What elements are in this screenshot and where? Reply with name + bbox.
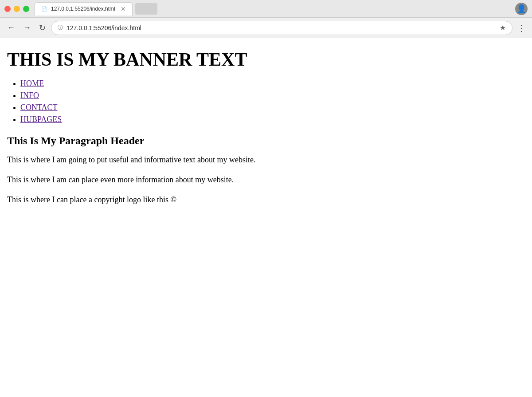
url-bar[interactable]: ⓘ 127.0.0.1:55206/index.html ★	[51, 21, 512, 35]
tab-bar: 📄 127.0.0.1:55206/index.html ✕	[35, 2, 515, 16]
url-display: 127.0.0.1:55206/index.html	[66, 24, 496, 31]
maximize-button[interactable]	[23, 6, 29, 12]
paragraph-1: This is where I am going to put useful a…	[7, 154, 525, 166]
browser-window: 📄 127.0.0.1:55206/index.html ✕ 👤 ← → ↻ ⓘ…	[0, 0, 532, 397]
close-button[interactable]	[4, 6, 11, 12]
minimize-button[interactable]	[14, 6, 20, 12]
window-controls	[4, 6, 29, 12]
new-tab-area	[135, 3, 157, 15]
paragraph-header: This Is My Paragraph Header	[7, 135, 525, 147]
user-avatar-icon[interactable]: 👤	[515, 3, 528, 15]
list-item: HUBPAGES	[20, 115, 525, 124]
bookmark-icon[interactable]: ★	[500, 24, 506, 32]
forward-button[interactable]: →	[20, 21, 34, 34]
url-host: 127.0.0.1:55206/index.html	[66, 24, 141, 31]
nav-link-info[interactable]: INFO	[20, 91, 39, 100]
nav-link-contact[interactable]: CONTACT	[20, 103, 58, 112]
tab-page-icon: 📄	[41, 6, 47, 12]
list-item: CONTACT	[20, 103, 525, 112]
back-button[interactable]: ←	[4, 21, 18, 34]
nav-link-home[interactable]: HOME	[20, 79, 44, 88]
more-options-icon[interactable]: ⋮	[515, 21, 528, 35]
paragraph-2: This is where I am can place even more i…	[7, 174, 525, 186]
list-item: HOME	[20, 79, 525, 88]
web-content: THIS IS MY BANNER TEXT HOME INFO CONTACT…	[0, 38, 532, 397]
banner-heading: THIS IS MY BANNER TEXT	[7, 49, 525, 70]
tab-close-icon[interactable]: ✕	[121, 5, 126, 12]
address-bar: ← → ↻ ⓘ 127.0.0.1:55206/index.html ★ ⋮	[0, 18, 532, 38]
security-info-icon: ⓘ	[58, 24, 63, 31]
active-tab[interactable]: 📄 127.0.0.1:55206/index.html ✕	[35, 2, 133, 16]
navigation-list: HOME INFO CONTACT HUBPAGES	[20, 79, 525, 124]
paragraph-3: This is where I can place a copyright lo…	[7, 194, 525, 206]
title-bar: 📄 127.0.0.1:55206/index.html ✕ 👤	[0, 0, 532, 18]
reload-button[interactable]: ↻	[36, 21, 48, 35]
nav-link-hubpages[interactable]: HUBPAGES	[20, 115, 62, 124]
tab-title: 127.0.0.1:55206/index.html	[51, 6, 115, 12]
list-item: INFO	[20, 91, 525, 100]
